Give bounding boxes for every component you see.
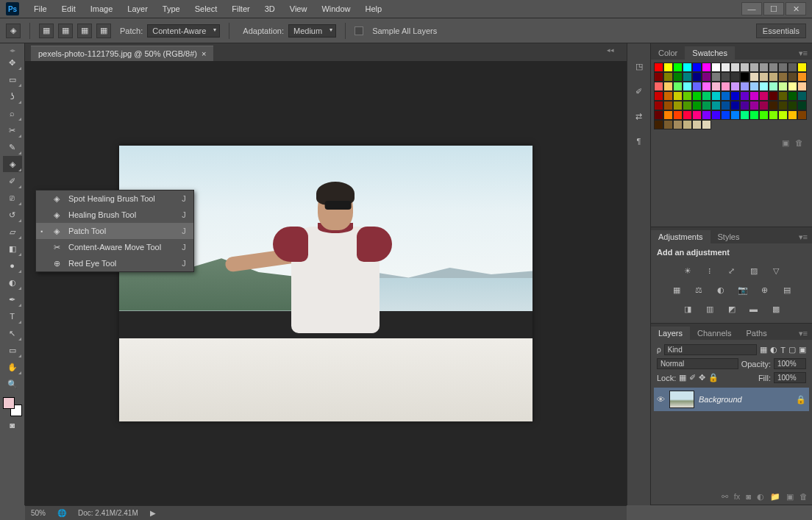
swatch[interactable]: [740, 91, 749, 101]
channels-tab[interactable]: Channels: [690, 327, 738, 340]
swatch[interactable]: [759, 72, 769, 82]
eyedropper-tool[interactable]: ✎: [3, 139, 22, 155]
swatch[interactable]: [797, 91, 807, 101]
filter-smart-icon[interactable]: ▣: [799, 345, 806, 355]
swatch[interactable]: [654, 120, 663, 129]
blend-mode-select[interactable]: Normal: [657, 358, 738, 369]
workspace-switcher[interactable]: Essentials: [756, 24, 806, 38]
menu-edit[interactable]: Edit: [54, 2, 83, 15]
swatch[interactable]: [769, 110, 778, 120]
panel-menu-icon[interactable]: ▾≡: [794, 231, 812, 243]
current-tool-icon[interactable]: ◈: [6, 24, 21, 38]
swatch[interactable]: [740, 101, 749, 110]
swatch[interactable]: [673, 120, 683, 129]
adjustments-tab[interactable]: Adjustments: [651, 230, 710, 243]
menu-3d[interactable]: 3D: [257, 2, 282, 15]
brightness-icon[interactable]: ☀: [680, 264, 695, 277]
swatch[interactable]: [663, 63, 673, 72]
quick-mask-tool[interactable]: ◙: [3, 417, 22, 433]
swatch[interactable]: [788, 110, 797, 120]
swatch[interactable]: [778, 101, 788, 110]
invert-icon[interactable]: ◨: [680, 302, 695, 316]
swatch[interactable]: [740, 72, 749, 82]
swatch[interactable]: [749, 72, 759, 82]
swatch[interactable]: [711, 82, 721, 91]
swatch[interactable]: [797, 82, 807, 91]
toolbar-collapse-icon[interactable]: ◂▸: [1, 46, 24, 54]
photo-filter-icon[interactable]: 📷: [736, 283, 750, 296]
color-balance-icon[interactable]: ⚖: [691, 283, 706, 296]
swatch[interactable]: [778, 110, 788, 120]
filter-type-icon[interactable]: T: [780, 346, 786, 355]
close-button[interactable]: ✕: [786, 2, 806, 15]
swatch[interactable]: [702, 110, 711, 120]
flyout-healing-brush[interactable]: ◈ Healing Brush Tool J: [36, 207, 193, 223]
swatch[interactable]: [702, 120, 711, 129]
swatch[interactable]: [730, 72, 740, 82]
swatch[interactable]: [702, 63, 711, 72]
swatch[interactable]: [683, 101, 692, 110]
swatch[interactable]: [721, 82, 730, 91]
swatch[interactable]: [692, 72, 702, 82]
quick-select-tool[interactable]: ⌕: [3, 105, 22, 121]
adaptation-select[interactable]: Medium: [288, 24, 336, 38]
swatch[interactable]: [749, 91, 759, 101]
hand-tool[interactable]: ✋: [3, 359, 22, 375]
swatch[interactable]: [692, 63, 702, 72]
layer-mask-icon[interactable]: ◙: [746, 492, 751, 502]
swatch[interactable]: [654, 72, 663, 82]
swatch[interactable]: [730, 82, 740, 91]
swatch[interactable]: [769, 91, 778, 101]
layer-filter-kind[interactable]: Kind: [664, 344, 758, 355]
menu-layer[interactable]: Layer: [120, 2, 155, 15]
swatch[interactable]: [673, 72, 683, 82]
curves-icon[interactable]: ⤢: [724, 264, 739, 277]
new-swatch-icon[interactable]: ▣: [782, 138, 789, 148]
adjustment-layer-icon[interactable]: ◐: [757, 492, 764, 502]
swatch[interactable]: [673, 63, 683, 72]
filter-adjust-icon[interactable]: ◐: [770, 345, 777, 355]
swatch[interactable]: [730, 101, 740, 110]
close-tab-icon[interactable]: ×: [202, 49, 206, 58]
swatch[interactable]: [663, 91, 673, 101]
channel-mixer-icon[interactable]: ⊕: [758, 283, 772, 296]
swatch[interactable]: [663, 82, 673, 91]
styles-tab[interactable]: Styles: [710, 230, 747, 243]
swatch[interactable]: [683, 110, 692, 120]
add-selection-icon[interactable]: ▦: [58, 24, 73, 38]
filter-shape-icon[interactable]: ▢: [788, 345, 796, 355]
swatch[interactable]: [749, 110, 759, 120]
link-layers-icon[interactable]: ⚯: [722, 492, 728, 502]
sample-all-layers-checkbox[interactable]: [355, 26, 363, 35]
swatch-grid[interactable]: [651, 60, 812, 132]
lock-pixels-icon[interactable]: ✐: [689, 373, 696, 382]
lookup-icon[interactable]: ▤: [780, 283, 794, 296]
swatch[interactable]: [759, 82, 769, 91]
swatch[interactable]: [711, 91, 721, 101]
swatch[interactable]: [730, 110, 740, 120]
color-tab[interactable]: Color: [651, 46, 685, 60]
menu-file[interactable]: File: [26, 2, 54, 15]
blur-tool[interactable]: ●: [3, 257, 22, 274]
swatch[interactable]: [778, 72, 788, 82]
swatch[interactable]: [749, 82, 759, 91]
swatch[interactable]: [721, 72, 730, 82]
zoom-tool[interactable]: 🔍: [3, 376, 22, 392]
history-brush-tool[interactable]: ↺: [3, 207, 22, 223]
flyout-red-eye[interactable]: ⊕ Red Eye Tool J: [36, 255, 193, 271]
subtract-selection-icon[interactable]: ▦: [77, 24, 92, 38]
document-tab[interactable]: pexels-photo-1121795.jpg @ 50% (RGB/8#) …: [31, 46, 213, 61]
swatch[interactable]: [692, 82, 702, 91]
lock-position-icon[interactable]: ✥: [699, 373, 705, 382]
path-select-tool[interactable]: ↖: [3, 325, 22, 341]
swatch[interactable]: [654, 101, 663, 110]
swatch[interactable]: [711, 101, 721, 110]
delete-swatch-icon[interactable]: 🗑: [795, 138, 803, 148]
swatch[interactable]: [797, 63, 807, 72]
menu-image[interactable]: Image: [83, 2, 121, 15]
swatch[interactable]: [692, 120, 702, 129]
menu-filter[interactable]: Filter: [224, 2, 257, 15]
panel-collapse-icon[interactable]: ◂◂: [603, 46, 618, 54]
lasso-tool[interactable]: ʖ: [3, 88, 22, 104]
swatch[interactable]: [721, 91, 730, 101]
